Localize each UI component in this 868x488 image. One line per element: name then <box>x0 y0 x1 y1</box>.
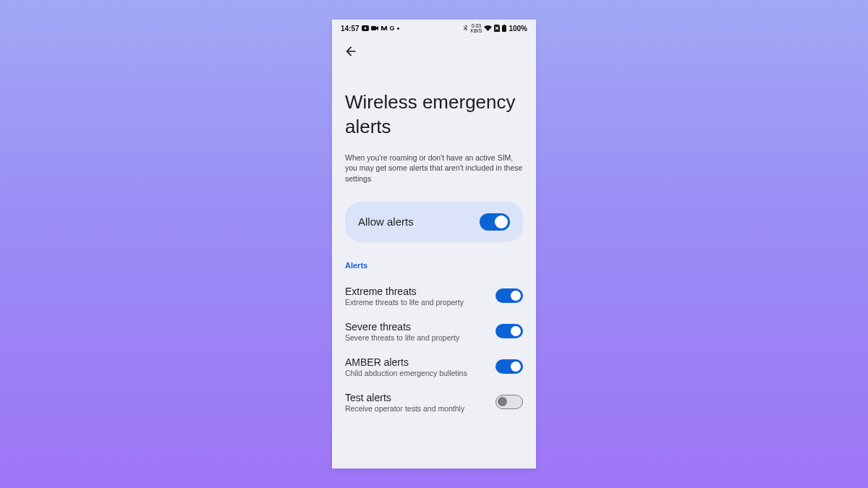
video-icon <box>371 25 378 31</box>
svg-rect-1 <box>371 26 376 30</box>
setting-sub: Extreme threats to life and property <box>345 298 488 307</box>
setting-row-amber-alerts[interactable]: AMBER alerts Child abduction emergency b… <box>345 349 523 385</box>
m-icon <box>380 25 388 31</box>
master-toggle-label: Allow alerts <box>358 215 414 228</box>
setting-title: Severe threats <box>345 321 488 333</box>
network-rate: 0.03 KB/S <box>470 23 482 33</box>
test-alerts-toggle[interactable] <box>495 395 523 409</box>
status-bar: 14:57 G 0.03 KB/S <box>332 20 536 37</box>
sim-icon <box>494 25 500 32</box>
setting-title: Test alerts <box>345 392 488 403</box>
page-title: Wireless emergency alerts <box>345 90 523 140</box>
more-dot-icon <box>397 27 399 30</box>
allow-alerts-toggle[interactable] <box>480 213 510 231</box>
wifi-icon <box>484 25 492 32</box>
section-header-alerts: Alerts <box>345 261 523 270</box>
setting-title: Extreme threats <box>345 286 488 297</box>
g-icon: G <box>390 25 395 32</box>
status-time: 14:57 <box>341 25 359 33</box>
setting-sub: Child abduction emergency bulletins <box>345 369 488 377</box>
page-subtitle: When you're roaming or don't have an act… <box>345 153 523 184</box>
setting-sub: Receive operator tests and monthly <box>345 404 488 413</box>
youtube-icon <box>362 25 369 31</box>
setting-row-extreme-threats[interactable]: Extreme threats Extreme threats to life … <box>345 278 523 314</box>
svg-rect-2 <box>503 25 505 25</box>
status-right: 0.03 KB/S 100% <box>463 23 527 33</box>
content: Wireless emergency alerts When you're ro… <box>332 90 536 420</box>
arrow-back-icon <box>344 44 358 59</box>
back-button[interactable] <box>341 41 361 61</box>
setting-row-test-alerts[interactable]: Test alerts Receive operator tests and m… <box>345 385 523 420</box>
severe-threats-toggle[interactable] <box>495 324 523 338</box>
status-left: 14:57 G <box>341 25 399 33</box>
phone-screen: 14:57 G 0.03 KB/S <box>332 20 536 468</box>
setting-sub: Severe threats to life and property <box>345 333 488 342</box>
battery-percent: 100% <box>509 25 527 33</box>
app-bar <box>332 37 536 66</box>
extreme-threats-toggle[interactable] <box>495 288 523 303</box>
amber-alerts-toggle[interactable] <box>495 359 523 374</box>
battery-icon <box>502 25 506 32</box>
master-toggle-card[interactable]: Allow alerts <box>345 202 523 242</box>
setting-row-severe-threats[interactable]: Severe threats Severe threats to life an… <box>345 314 523 349</box>
setting-title: AMBER alerts <box>345 356 488 368</box>
bluetooth-icon <box>463 25 468 32</box>
svg-rect-3 <box>502 25 506 32</box>
